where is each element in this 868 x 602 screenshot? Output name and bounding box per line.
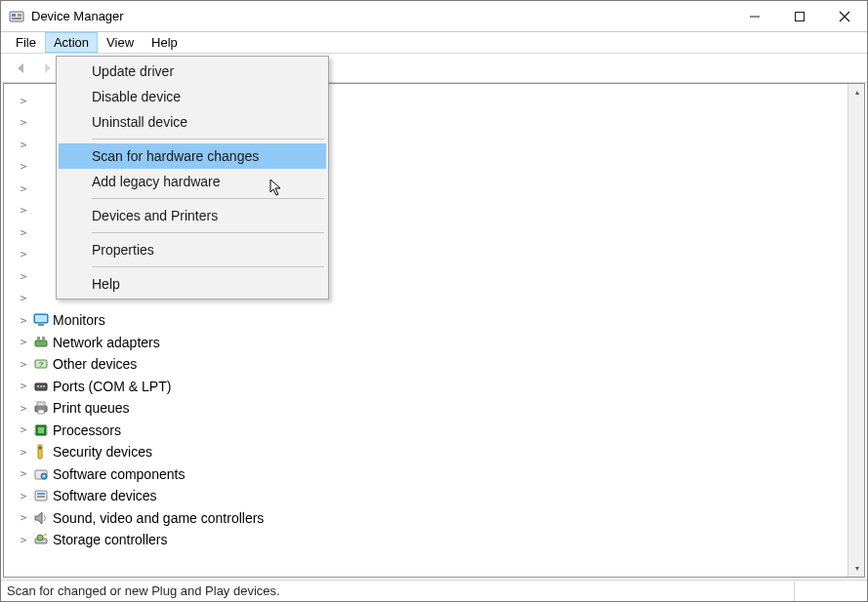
storage-icon xyxy=(33,532,49,547)
expander-icon[interactable]: > xyxy=(18,226,29,239)
tree-item-label: Security devices xyxy=(53,444,152,460)
expander-icon[interactable]: > xyxy=(18,95,29,107)
expander-icon[interactable]: > xyxy=(18,336,29,348)
tree-item[interactable]: >?Other devices xyxy=(18,353,862,376)
vertical-scrollbar[interactable]: ▴ ▾ xyxy=(847,84,864,577)
svg-rect-22 xyxy=(37,402,45,406)
expander-icon[interactable]: > xyxy=(18,204,29,217)
minimize-button[interactable] xyxy=(732,1,777,31)
monitor-icon xyxy=(33,312,49,328)
expander-icon[interactable]: > xyxy=(18,511,29,524)
menu-separator xyxy=(92,232,324,233)
tree-item-label: Software components xyxy=(53,466,185,482)
menu-separator xyxy=(92,266,324,267)
blank-icon xyxy=(33,159,49,175)
svg-point-19 xyxy=(40,385,42,387)
svg-rect-14 xyxy=(42,337,45,341)
menu-help[interactable]: Help xyxy=(143,32,186,53)
port-icon xyxy=(33,379,49,394)
svg-rect-11 xyxy=(38,324,44,326)
back-button[interactable] xyxy=(11,58,32,79)
svg-rect-13 xyxy=(37,337,40,341)
blank-icon xyxy=(33,93,49,108)
tree-item[interactable]: >Software components xyxy=(18,463,862,486)
tree-item-label: Print queues xyxy=(53,400,130,416)
action-menu-dropdown[interactable]: Update driverDisable deviceUninstall dev… xyxy=(56,56,329,300)
menu-action[interactable]: Action xyxy=(45,32,98,53)
tree-item[interactable]: >Storage controllers xyxy=(18,529,862,551)
blank-icon xyxy=(33,203,49,219)
svg-rect-10 xyxy=(35,315,47,322)
menu-item-help[interactable]: Help xyxy=(59,271,326,297)
status-bar-splitter xyxy=(794,581,867,601)
menu-item-disable-device[interactable]: Disable device xyxy=(59,84,326,109)
expander-icon[interactable]: > xyxy=(18,358,29,371)
tree-item[interactable]: >Print queues xyxy=(18,397,862,420)
other-icon: ? xyxy=(33,356,49,372)
expander-icon[interactable]: > xyxy=(18,467,29,480)
svg-point-36 xyxy=(43,475,45,477)
svg-rect-23 xyxy=(38,410,44,414)
scroll-down-icon[interactable]: ▾ xyxy=(848,560,865,577)
tree-item[interactable]: >Processors xyxy=(18,420,862,442)
blank-icon xyxy=(33,268,49,284)
svg-point-33 xyxy=(39,447,42,450)
tree-item-label: Monitors xyxy=(53,312,105,328)
menu-file[interactable]: File xyxy=(7,32,45,53)
tree-item[interactable]: >Security devices xyxy=(18,441,862,463)
expander-icon[interactable]: > xyxy=(18,270,29,283)
menu-item-scan-for-hardware-changes[interactable]: Scan for hardware changes xyxy=(59,143,326,169)
printer-icon xyxy=(33,400,49,416)
blank-icon xyxy=(33,247,49,262)
menu-item-properties[interactable]: Properties xyxy=(59,237,326,262)
tree-item[interactable]: >Sound, video and game controllers xyxy=(18,507,862,530)
menu-item-devices-and-printers[interactable]: Devices and Printers xyxy=(59,203,326,228)
tree-item[interactable]: >Network adapters xyxy=(18,332,862,354)
expander-icon[interactable]: > xyxy=(18,248,29,261)
tree-item[interactable]: >Monitors xyxy=(18,309,862,332)
expander-icon[interactable]: > xyxy=(18,182,29,195)
menu-item-add-legacy-hardware[interactable]: Add legacy hardware xyxy=(59,169,326,194)
window-title: Device Manager xyxy=(31,9,732,23)
tree-item-label: Other devices xyxy=(53,356,137,372)
forward-button[interactable] xyxy=(36,58,58,79)
close-button[interactable] xyxy=(822,1,867,31)
tree-item[interactable]: >Software devices xyxy=(18,485,862,507)
tree-item-label: Processors xyxy=(53,422,121,438)
svg-text:?: ? xyxy=(39,360,44,369)
blank-icon xyxy=(33,181,49,196)
blank-icon xyxy=(33,137,49,152)
svg-point-18 xyxy=(37,385,39,387)
svg-point-41 xyxy=(37,535,43,541)
svg-rect-39 xyxy=(37,496,45,498)
svg-rect-2 xyxy=(18,14,21,17)
title-bar: Device Manager xyxy=(1,1,867,32)
expander-icon[interactable]: > xyxy=(18,446,29,459)
maximize-button[interactable] xyxy=(777,1,822,31)
svg-rect-1 xyxy=(12,14,16,17)
expander-icon[interactable]: > xyxy=(18,139,29,151)
swdev-icon xyxy=(33,488,49,503)
tree-item-label: Storage controllers xyxy=(53,532,168,547)
expander-icon[interactable]: > xyxy=(18,160,29,173)
tree-item-label: Sound, video and game controllers xyxy=(53,510,264,526)
menu-separator xyxy=(92,139,324,140)
tree-item[interactable]: >Ports (COM & LPT) xyxy=(18,376,862,398)
menu-item-update-driver[interactable]: Update driver xyxy=(59,59,326,84)
network-icon xyxy=(33,335,49,350)
menu-view[interactable]: View xyxy=(98,32,143,53)
menu-item-uninstall-device[interactable]: Uninstall device xyxy=(59,109,326,135)
blank-icon xyxy=(33,224,49,240)
expander-icon[interactable]: > xyxy=(18,402,29,415)
svg-rect-3 xyxy=(12,18,21,20)
sound-icon xyxy=(33,510,49,526)
expander-icon[interactable]: > xyxy=(18,116,29,129)
app-icon xyxy=(9,9,24,24)
expander-icon[interactable]: > xyxy=(18,292,29,304)
expander-icon[interactable]: > xyxy=(18,490,29,502)
scroll-up-icon[interactable]: ▴ xyxy=(848,84,865,100)
expander-icon[interactable]: > xyxy=(18,534,29,546)
expander-icon[interactable]: > xyxy=(18,380,29,392)
expander-icon[interactable]: > xyxy=(18,314,29,327)
expander-icon[interactable]: > xyxy=(18,423,29,436)
